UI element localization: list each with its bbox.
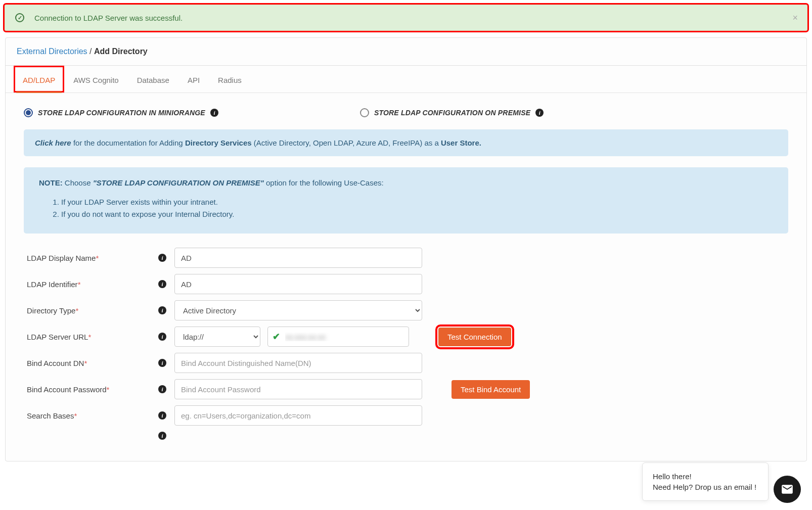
note-text: Choose	[65, 178, 93, 187]
breadcrumb: External Directories / Add Directory	[6, 38, 806, 66]
row-truncated: i	[24, 432, 788, 440]
radio-icon-selected	[24, 108, 33, 117]
doc-click-here-link[interactable]: Click here	[35, 138, 71, 147]
info-icon[interactable]: i	[210, 109, 218, 117]
field-label: Bind Account DN*	[24, 359, 150, 367]
bind-account-password-input[interactable]	[174, 379, 422, 399]
ldap-host-input[interactable]	[267, 327, 409, 347]
field-label: LDAP Identifier*	[24, 280, 150, 289]
info-icon[interactable]: i	[158, 411, 166, 420]
alert-close-button[interactable]: ×	[792, 13, 798, 23]
note-list-item: If you do not want to expose your Intern…	[61, 208, 773, 220]
radio-store-onpremise[interactable]: STORE LDAP CONFIGURATION ON PREMISE i	[360, 108, 544, 117]
alert-message: Connection to LDAP Server was successful…	[34, 14, 183, 22]
breadcrumb-current: Add Directory	[94, 47, 148, 56]
doc-text: User Store.	[441, 138, 481, 147]
note-text: option for the following Use-Cases:	[266, 178, 384, 187]
tab-radius[interactable]: Radius	[209, 66, 251, 92]
field-label: Bind Account Password*	[24, 385, 150, 394]
chat-tooltip: Hello there! Need Help? Drop us an email…	[642, 462, 769, 468]
add-directory-panel: External Directories / Add Directory AD/…	[5, 37, 807, 461]
note-quoted: "STORE LDAP CONFIGURATION ON PREMISE"	[93, 178, 264, 187]
tab-api[interactable]: API	[178, 66, 209, 92]
success-alert: ✓ Connection to LDAP Server was successf…	[4, 4, 808, 31]
bind-account-dn-input[interactable]	[174, 353, 422, 373]
breadcrumb-parent-link[interactable]: External Directories	[17, 47, 87, 56]
directory-type-select[interactable]: Active Directory	[174, 300, 422, 320]
checkmark-circle-icon: ✓	[15, 13, 24, 22]
radio-label: STORE LDAP CONFIGURATION ON PREMISE	[374, 109, 530, 117]
directory-type-tabs: AD/LDAP AWS Cognito Database API Radius	[6, 66, 806, 93]
note-list-item: If your LDAP Server exists within your i…	[61, 196, 773, 208]
radio-store-miniorange[interactable]: STORE LDAP CONFIGURATION IN MINIORANGE i	[24, 108, 218, 117]
ldap-host-wrap: ✔	[267, 327, 409, 347]
row-directory-type: Directory Type* i Active Directory	[24, 300, 788, 320]
info-icon[interactable]: i	[158, 432, 166, 440]
config-location-radios: STORE LDAP CONFIGURATION IN MINIORANGE i…	[24, 108, 788, 117]
row-ldap-server-url: LDAP Server URL* i ldap:// ✔ Test Connec…	[24, 327, 788, 347]
row-bind-account-dn: Bind Account DN* i	[24, 353, 788, 373]
breadcrumb-sep: /	[89, 47, 92, 56]
row-ldap-identifier: LDAP Identifier* i	[24, 274, 788, 294]
note-label: NOTE:	[39, 178, 63, 187]
row-bind-account-password: Bind Account Password* i Test Bind Accou…	[24, 379, 788, 399]
tab-aws-cognito[interactable]: AWS Cognito	[64, 66, 127, 92]
field-label: LDAP Display Name*	[24, 254, 150, 262]
checkmark-icon: ✔	[273, 331, 280, 342]
info-icon[interactable]: i	[158, 280, 166, 288]
row-search-bases: Search Bases* i	[24, 405, 788, 426]
doc-text: Directory Services	[185, 138, 252, 147]
tab-ad-ldap[interactable]: AD/LDAP	[14, 66, 64, 92]
note-callout: NOTE: Choose "STORE LDAP CONFIGURATION O…	[24, 167, 788, 234]
info-icon[interactable]: i	[158, 333, 166, 341]
field-label: Directory Type*	[24, 306, 150, 315]
ldap-display-name-input[interactable]	[174, 248, 422, 268]
test-bind-account-button[interactable]: Test Bind Account	[452, 380, 530, 399]
note-list: If your LDAP Server exists within your i…	[61, 196, 773, 220]
info-icon[interactable]: i	[158, 254, 166, 262]
test-connection-button[interactable]: Test Connection	[438, 328, 511, 346]
form-content: STORE LDAP CONFIGURATION IN MINIORANGE i…	[6, 93, 806, 461]
row-ldap-display-name: LDAP Display Name* i	[24, 248, 788, 268]
ldap-scheme-select[interactable]: ldap://	[174, 327, 260, 347]
documentation-callout: Click here for the documentation for Add…	[24, 129, 788, 156]
info-icon[interactable]: i	[158, 306, 166, 314]
doc-text: for the documentation for Adding	[71, 138, 185, 147]
tab-database[interactable]: Database	[128, 66, 178, 92]
info-icon[interactable]: i	[158, 359, 166, 367]
info-icon[interactable]: i	[535, 109, 544, 117]
field-label: LDAP Server URL*	[24, 333, 150, 341]
search-bases-input[interactable]	[174, 405, 422, 426]
field-label: Search Bases*	[24, 411, 150, 420]
radio-icon-unselected	[360, 108, 369, 117]
doc-text: (Active Directory, Open LDAP, Azure AD, …	[252, 138, 441, 147]
ldap-identifier-input[interactable]	[174, 274, 422, 294]
info-icon[interactable]: i	[158, 385, 166, 393]
radio-label: STORE LDAP CONFIGURATION IN MINIORANGE	[38, 109, 205, 117]
